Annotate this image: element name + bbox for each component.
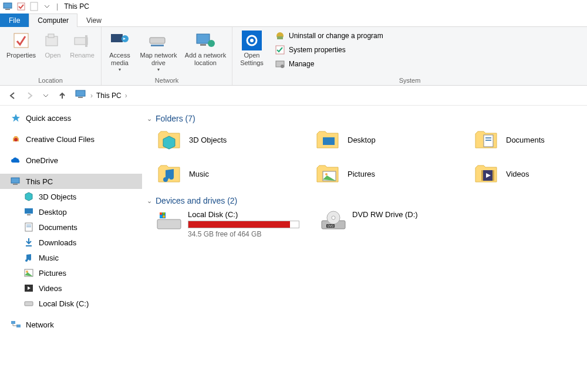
qat-dropdown-icon[interactable] [41,1,53,12]
map-network-drive-button[interactable]: Map network drive ▾ [136,29,181,73]
creative-cloud-icon [11,134,21,144]
folder-documents[interactable]: Documents [473,128,587,151]
folder-label: Documents [506,136,545,144]
svg-rect-11 [150,38,165,43]
folder-icon [473,128,499,151]
breadcrumb[interactable]: › This PC › [75,90,127,101]
tab-computer[interactable]: Computer [29,13,77,27]
section-folders-header[interactable]: ⌄ Folders (7) [147,114,582,123]
open-settings-button[interactable]: Open Settings [236,29,268,67]
sidebar-item-label: Pictures [39,269,66,278]
sidebar-item-label: OneDrive [26,156,58,165]
drive-usage-fill [188,221,290,228]
chevron-right-icon[interactable]: › [90,92,93,100]
svg-rect-37 [25,302,33,306]
svg-point-57 [332,216,335,219]
title-separator: | [56,2,58,11]
sidebar-item-network[interactable]: Network [0,317,142,332]
drive-local-disk-c[interactable]: Local Disk (C:) 34.5 GB free of 464 GB [156,210,309,238]
sidebar-item-downloads[interactable]: Downloads [0,235,142,250]
folder-pictures[interactable]: Pictures [315,162,456,185]
sidebar-item-creative-cloud[interactable]: Creative Cloud Files [0,131,142,147]
properties-button[interactable]: Properties [4,29,39,60]
folder-icon [156,128,182,151]
drive-usage-bar [188,221,299,228]
drive-icon [156,210,182,234]
up-button[interactable] [55,89,69,103]
recent-locations-button[interactable] [39,89,53,103]
back-button[interactable] [6,89,20,103]
chevron-down-icon: ⌄ [147,197,152,205]
system-properties-icon [275,45,285,55]
videos-icon [23,283,34,293]
map-drive-icon [149,31,168,50]
sidebar-item-desktop[interactable]: Desktop [0,204,142,219]
section-drives-header[interactable]: ⌄ Devices and drives (2) [147,196,582,205]
folder-label: Pictures [348,170,375,178]
sidebar-item-label: Videos [39,284,62,293]
sidebar-item-onedrive[interactable]: OneDrive [0,153,142,168]
forward-button[interactable] [22,89,36,103]
sidebar-item-label: Documents [39,223,77,232]
sidebar-item-3d-objects[interactable]: 3D Objects [0,189,142,204]
access-media-button[interactable]: Access media ▾ [105,29,134,73]
section-folders-label: Folders (7) [156,114,195,123]
add-location-icon [195,31,215,50]
svg-rect-2 [18,3,25,10]
folder-videos[interactable]: Videos [473,162,587,185]
add-network-location-button[interactable]: Add a network location [183,29,228,67]
folder-desktop[interactable]: Desktop [315,128,456,151]
sidebar-item-local-disk[interactable]: Local Disk (C:) [0,296,142,311]
documents-icon [23,222,34,232]
dvd-drive-icon: DVD [321,210,346,234]
folder-music[interactable]: Music [156,162,297,185]
app-icon [2,1,14,12]
properties-icon [11,31,31,50]
dropdown-arrow-icon: ▾ [119,67,121,72]
tab-view[interactable]: View [77,13,110,27]
ribbon-tabs: File Computer View [0,13,587,27]
sidebar-item-pictures[interactable]: Pictures [0,265,142,281]
ribbon-group-system: Open Settings Uninstall or change a prog… [232,27,587,85]
add-location-label: Add a network location [184,52,227,66]
tab-file-label: File [9,16,20,25]
sidebar-item-quick-access[interactable]: Quick access [0,110,142,126]
breadcrumb-root[interactable]: This PC [96,92,122,100]
qat-properties-icon[interactable] [15,1,27,12]
qat-new-icon[interactable] [28,1,40,12]
open-button[interactable]: Open [40,29,66,60]
svg-rect-49 [157,219,181,229]
manage-icon [275,59,285,69]
svg-rect-29 [25,208,33,214]
open-settings-label: Open Settings [237,52,266,66]
cube-icon [23,191,34,202]
uninstall-icon [275,31,285,41]
drive-dvd-rw[interactable]: DVD DVD RW Drive (D:) [321,210,473,238]
chevron-down-icon: ⌄ [147,115,152,123]
pc-icon [11,176,21,187]
nav-bar: › This PC › [0,86,587,106]
folder-label: Desktop [348,136,376,144]
svg-rect-8 [85,35,87,47]
sidebar-item-documents[interactable]: Documents [0,219,142,235]
drive-name: DVD RW Drive (D:) [352,210,470,219]
svg-rect-12 [151,45,164,46]
system-properties-button[interactable]: System properties [271,43,387,56]
dropdown-arrow-icon: ▾ [157,67,160,72]
folder-3d-objects[interactable]: 3D Objects [156,128,297,151]
svg-point-23 [281,65,284,68]
sidebar-item-music[interactable]: Music [0,250,142,265]
rename-label: Rename [70,52,95,59]
tab-file[interactable]: File [0,13,29,27]
folder-label: 3D Objects [189,136,227,144]
manage-button[interactable]: Manage [271,58,387,70]
chevron-right-icon[interactable]: › [125,92,127,100]
uninstall-program-button[interactable]: Uninstall or change a program [271,29,387,42]
svg-point-26 [14,138,18,141]
sidebar-item-this-pc[interactable]: This PC [0,174,142,189]
svg-rect-38 [11,321,15,324]
svg-rect-13 [197,34,210,43]
svg-rect-24 [76,90,85,96]
sidebar-item-videos[interactable]: Videos [0,281,142,296]
rename-button[interactable]: Rename [67,29,97,60]
